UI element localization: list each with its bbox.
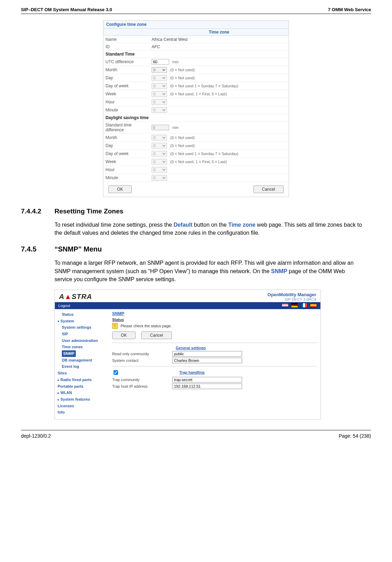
week-hint: (0 = Not used, 1 = First, 5 = Last) — [170, 92, 227, 96]
sidebar: Status System System settings SIP User a… — [55, 309, 110, 419]
dialog-title: Configure time zone — [103, 21, 289, 29]
trap-checkbox[interactable] — [114, 370, 118, 375]
week-select[interactable]: 0 — [152, 91, 167, 97]
snmp-screenshot: A▲STRA OpenMobility Manager SIP DECT 3.0… — [55, 290, 321, 419]
dst-hour-label: Hour — [103, 166, 150, 174]
section-timezone: Time zone — [150, 29, 289, 36]
stdiff-unit: min — [172, 125, 179, 130]
name-value: Africa Central West — [150, 36, 289, 43]
sc-input[interactable] — [172, 358, 242, 363]
sidebar-item-eventlog[interactable]: Event log — [58, 363, 110, 370]
sidebar-item-timezones[interactable]: Time zones — [58, 344, 110, 350]
month-label: Month — [103, 66, 150, 74]
heading-txt-745: “SNMP” Menu — [55, 245, 102, 253]
cancel-button[interactable]: Cancel — [253, 185, 284, 193]
trap-handling-header: Trap handling — [179, 370, 204, 374]
language-flags[interactable] — [280, 303, 317, 308]
dst-minute-label: Minute — [103, 174, 150, 182]
dow-hint: (0 = Not used 1 = Sunday 7 = Saturday) — [170, 84, 238, 88]
warning-icon: ! — [112, 323, 118, 329]
dst-hour-select[interactable]: 0 — [152, 167, 167, 173]
footer-right: Page: 54 (238) — [339, 433, 371, 439]
dst-month-label: Month — [103, 134, 150, 142]
flag-es-icon[interactable] — [310, 303, 317, 308]
header-right: 7 OMM Web Service — [328, 7, 371, 12]
dst-dow-select[interactable]: 0 — [152, 151, 167, 156]
day-select[interactable]: 0 — [152, 75, 167, 81]
general-settings-header: General settings — [176, 346, 206, 350]
footer-rule — [21, 430, 371, 430]
sidebar-item-user-admin[interactable]: User administration — [58, 337, 110, 344]
dst-day-label: Day — [103, 142, 150, 150]
sidebar-item-sysfeat[interactable]: System features — [58, 396, 110, 403]
snmp-cancel-button[interactable]: Cancel — [141, 331, 172, 339]
snmp-ok-button[interactable]: OK — [112, 331, 136, 339]
footer-left: depl-1230/0.2 — [21, 433, 51, 439]
dst-week-select[interactable]: 0 — [152, 159, 167, 165]
heading-txt-7442: Resetting Time Zones — [55, 207, 123, 215]
sc-label: System contact — [112, 358, 172, 363]
status-message: Please check the status page. — [121, 324, 172, 328]
minute-label: Minute — [103, 106, 150, 114]
dow-select[interactable]: 0 — [152, 83, 167, 89]
utc-unit: min — [172, 60, 179, 64]
brand-title: OpenMobility Manager — [268, 292, 316, 297]
id-value: AFC — [150, 43, 289, 51]
header-left: SIP–DECT OM System Manual Release 3.0 — [21, 7, 112, 12]
utc-input[interactable] — [152, 59, 169, 65]
dst-minute-select[interactable]: 0 — [152, 175, 167, 181]
sidebar-item-licenses[interactable]: Licenses — [58, 403, 110, 409]
sidebar-item-system[interactable]: System — [58, 318, 110, 324]
kw-timezone: Time zone — [228, 222, 255, 228]
header-rule — [21, 14, 371, 14]
roc-label: Read only community — [112, 352, 172, 356]
dst-week-label: Week — [103, 158, 150, 166]
logout-link[interactable]: Logout — [58, 304, 70, 308]
week-label: Week — [103, 90, 150, 98]
dow-label: Day of week — [103, 82, 150, 90]
minute-select[interactable]: 0 — [152, 107, 167, 113]
sidebar-item-info[interactable]: Info — [58, 409, 110, 416]
hour-select[interactable]: 0 — [152, 99, 167, 105]
dst-dow-label: Day of week — [103, 150, 150, 158]
dst-day-select[interactable]: 0 — [152, 143, 167, 148]
kw-snmp: SNMP — [271, 268, 287, 274]
month-hint: (0 = Not used) — [170, 68, 195, 72]
th-input[interactable] — [172, 384, 242, 389]
flag-fr-icon[interactable] — [300, 303, 307, 308]
sidebar-item-snmp[interactable]: SNMP — [62, 350, 76, 357]
heading-num-745: 7.4.5 — [21, 245, 55, 253]
brand-subtitle: SIP DECT 3.0RC4 — [268, 297, 316, 301]
sidebar-item-status[interactable]: Status — [58, 311, 110, 318]
stdiff-input[interactable] — [152, 125, 169, 130]
sidebar-item-sip[interactable]: SIP — [58, 331, 110, 337]
name-label: Name — [103, 36, 150, 43]
dst-month-select[interactable]: 0 — [152, 135, 167, 140]
sidebar-item-sites[interactable]: Sites — [58, 370, 110, 377]
heading-num-7442: 7.4.4.2 — [21, 207, 55, 215]
utc-label: UTC difference — [103, 58, 150, 66]
para-reset-tz: To reset individual time zone settings, … — [55, 221, 362, 237]
sidebar-item-db[interactable]: DB management — [58, 357, 110, 364]
roc-input[interactable] — [172, 351, 242, 357]
flag-uk-icon[interactable] — [282, 303, 289, 308]
day-hint: (0 = Not used) — [170, 76, 195, 80]
page-title: SNMP — [112, 311, 317, 316]
sidebar-item-pp[interactable]: Portable parts — [58, 383, 110, 390]
hour-label: Hour — [103, 98, 150, 106]
id-label: ID — [103, 43, 150, 51]
brand-logo: A▲STRA — [59, 293, 92, 301]
sidebar-item-system-settings[interactable]: System settings — [58, 324, 110, 331]
sidebar-item-rfp[interactable]: Radio fixed parts — [58, 377, 110, 383]
ok-button[interactable]: OK — [108, 185, 132, 193]
tc-label: Trap community — [112, 378, 172, 382]
flag-de-icon[interactable] — [291, 303, 298, 308]
tc-input[interactable] — [172, 377, 242, 382]
sidebar-item-wlan[interactable]: WLAN — [58, 389, 110, 396]
standard-time-header: Standard Time — [103, 51, 289, 58]
th-label: Trap host IP address — [112, 384, 172, 388]
status-header: Status — [112, 318, 317, 322]
day-label: Day — [103, 74, 150, 82]
dst-header: Daylight savings time — [103, 114, 289, 122]
month-select[interactable]: 0 — [152, 67, 167, 73]
